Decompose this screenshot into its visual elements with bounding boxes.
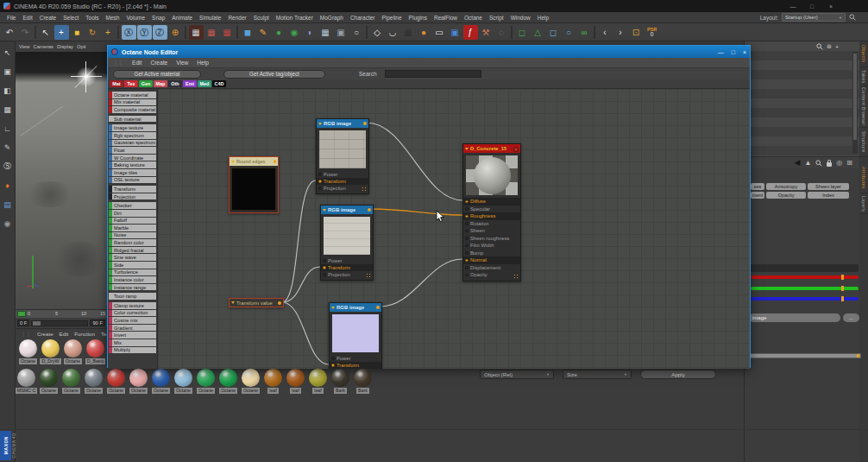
menu-item[interactable]: Snap (148, 15, 168, 21)
input-port[interactable]: Transform (317, 178, 368, 185)
node-graph-canvas[interactable]: Round edges RGB image (158, 89, 750, 369)
node-type-item[interactable]: Invert (109, 332, 156, 339)
menu-item[interactable]: Sculpt (250, 15, 273, 21)
object-manager[interactable] (745, 41, 859, 156)
node-type-item[interactable]: Gradient (109, 325, 156, 332)
toolbar-icon[interactable]: ▦ (204, 25, 219, 40)
round-edges-node[interactable]: Round edges (229, 156, 279, 213)
toolbar-icon[interactable]: ⊕ (168, 25, 183, 40)
toolbar-icon[interactable] (511, 26, 513, 39)
toolbar-icon[interactable]: › (613, 25, 628, 40)
toolbar-icon[interactable]: ● (417, 25, 431, 40)
toolbar-icon[interactable] (366, 26, 368, 39)
object-manager-scrollbar[interactable] (852, 52, 858, 154)
toolbar-icon[interactable]: + (101, 25, 116, 40)
scrollbar-thumb[interactable] (853, 54, 857, 140)
toolbar-icon[interactable]: △ (531, 25, 545, 40)
material-preview[interactable] (309, 369, 327, 387)
new-panel-icon[interactable]: ⊞ (846, 160, 852, 167)
toolbar-icon[interactable]: ● (272, 25, 286, 40)
material-item[interactable]: Octane (62, 339, 84, 364)
port-dot[interactable] (465, 215, 469, 218)
node-type-item[interactable]: Falloff (109, 218, 156, 225)
material-item[interactable]: Bark (330, 369, 351, 394)
toolbar-icon[interactable]: ◼ (241, 25, 255, 40)
toolbar-icon[interactable]: ↶ (3, 25, 17, 40)
palette-icon[interactable]: ◉ (2, 218, 13, 229)
channel-button[interactable]: Index (808, 192, 849, 199)
object-manager-icon[interactable]: ⊛ (827, 43, 832, 50)
toolbar-icon[interactable]: ▦ (220, 25, 235, 40)
output-port-dot[interactable] (363, 122, 367, 125)
menu-item[interactable]: Edit (19, 15, 35, 21)
material-preview[interactable] (86, 339, 104, 358)
menu-item[interactable]: Octane (461, 15, 486, 21)
rgb-image-node-1[interactable]: RGB image Power (316, 118, 369, 194)
node-type-item[interactable]: Marble (109, 225, 156, 231)
palette-icon[interactable]: ▣ (2, 66, 13, 77)
layout-dropdown[interactable]: Startup (User) ▼ (782, 13, 846, 22)
toolbar-icon[interactable]: ↷ (18, 25, 33, 40)
palette-icon[interactable]: ▦ (2, 104, 13, 115)
toolbar-icon[interactable]: ⊡ (629, 25, 644, 40)
toolbar-icon[interactable] (185, 26, 186, 39)
material-menu-item[interactable]: Edit (60, 331, 69, 337)
toolbar-icon[interactable]: ○ (349, 25, 364, 40)
size-dropdown[interactable]: Size▼ (563, 370, 632, 379)
target-icon[interactable]: ◎ (836, 160, 842, 167)
material-item[interactable]: leaf (307, 369, 329, 394)
material-node[interactable]: D_Concrete_15 Diffuse (462, 143, 521, 282)
menu-item[interactable]: Script (486, 15, 507, 21)
toolbar-icon[interactable] (117, 26, 119, 39)
node-editor-menu-item[interactable]: Help (197, 60, 209, 66)
collapse-triangle-icon[interactable] (231, 301, 235, 304)
palette-icon[interactable]: ◧ (2, 85, 13, 96)
node-type-item[interactable]: Side (109, 262, 156, 269)
filter-chip[interactable]: Oth (168, 80, 182, 87)
blue-slider[interactable] (751, 297, 859, 301)
red-slider[interactable] (751, 275, 859, 279)
node-type-item[interactable]: Image tiles (109, 169, 156, 176)
material-item[interactable]: Octane (60, 369, 82, 394)
green-slider[interactable] (751, 287, 859, 290)
panel-tab[interactable]: Objects (859, 41, 868, 67)
filter-chip[interactable]: Med (198, 80, 211, 87)
material-preview[interactable] (354, 369, 372, 387)
node-type-item[interactable]: Color correction (109, 310, 156, 317)
power-slider[interactable] (749, 353, 861, 358)
port-dot[interactable] (465, 274, 469, 277)
node-editor-titlebar[interactable]: Octane Node Editor — □ × (108, 46, 750, 58)
toolbar-icon[interactable]: ▦ (189, 25, 204, 40)
toolbar-icon[interactable]: ◉ (287, 25, 302, 40)
collapse-triangle-icon[interactable] (231, 161, 235, 163)
filter-chip[interactable]: Map (154, 80, 167, 87)
output-port-dot[interactable] (278, 301, 281, 305)
node-type-item[interactable]: Noise (109, 232, 156, 239)
node-type-item[interactable]: Instance range (109, 284, 156, 291)
material-preview[interactable] (64, 339, 82, 358)
rgb-image-node-3[interactable]: RGB image Power (329, 302, 382, 369)
browse-button[interactable]: ... (843, 313, 859, 322)
node-type-item[interactable]: Mix (109, 339, 156, 346)
input-port[interactable]: Specular (463, 206, 520, 213)
toolbar-icon[interactable]: ∞ (577, 25, 592, 40)
node-type-item[interactable]: OSL texture (109, 177, 156, 184)
material-item[interactable]: Octane (150, 369, 172, 394)
node-type-item[interactable]: Composite material (109, 106, 156, 113)
material-item[interactable]: Octane (240, 369, 261, 394)
minimize-button[interactable]: — (787, 2, 799, 10)
node-type-item[interactable]: Octane material (109, 92, 156, 98)
toolbar-icon[interactable]: ▭ (432, 25, 447, 40)
search-icon[interactable] (849, 14, 856, 21)
output-port-dot[interactable] (368, 208, 371, 212)
material-preview[interactable] (19, 339, 37, 358)
channel-button[interactable]: ment (751, 192, 764, 199)
material-item[interactable]: Octane (17, 339, 39, 364)
node-type-item[interactable]: Instance color (109, 276, 156, 283)
menu-item[interactable]: Help (534, 15, 552, 21)
menu-item[interactable]: File (3, 15, 19, 21)
close-button[interactable]: × (825, 2, 837, 10)
palette-icon[interactable]: ✎ (2, 142, 13, 153)
toolbar-icon[interactable]: ‹ (598, 25, 613, 40)
toolbar-icon[interactable]: ▣ (448, 25, 462, 40)
